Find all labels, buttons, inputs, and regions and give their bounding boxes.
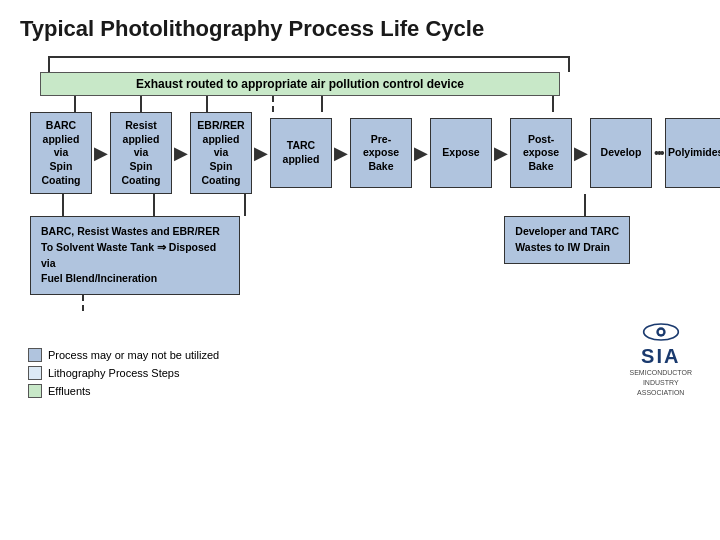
main-container: Typical Photolithography Process Life Cy… (0, 0, 720, 540)
sia-logo: SIA SEMICONDUCTORINDUSTRYASSOCIATION (630, 321, 692, 397)
arrow-2: ▶ (172, 142, 190, 164)
waste-box-right: Developer and TARC Wastes to IW Drain (504, 216, 630, 264)
process-box-ebr: EBR/RERappliedviaSpinCoating (190, 112, 252, 194)
arrow-6: ▶ (492, 142, 510, 164)
legend-items: Process may or may not be utilized Litho… (28, 348, 219, 398)
page-title: Typical Photolithography Process Life Cy… (20, 16, 700, 42)
arrow-4: ▶ (332, 142, 350, 164)
legend-item-0: Process may or may not be utilized (28, 348, 219, 362)
waste-row: BARC, Resist Wastes and EBR/RER To Solve… (30, 216, 710, 295)
process-box-preexpose: Pre-exposeBake (350, 118, 412, 188)
process-box-expose: Expose (430, 118, 492, 188)
process-box-barc: BARCappliedviaSpinCoating (30, 112, 92, 194)
diagram-area: Exhaust routed to appropriate air pollut… (20, 56, 700, 528)
arrow-7: ▶ (572, 142, 590, 164)
arrow-5: ▶ (412, 142, 430, 164)
process-box-polyimides: Polyimides (665, 118, 720, 188)
process-box-develop: Develop (590, 118, 652, 188)
waste-box-left: BARC, Resist Wastes and EBR/RER To Solve… (30, 216, 240, 295)
sia-subtitle: SEMICONDUCTORINDUSTRYASSOCIATION (630, 368, 692, 397)
exhaust-banner: Exhaust routed to appropriate air pollut… (40, 72, 560, 96)
svg-point-2 (658, 330, 663, 335)
legend-item-2: Effluents (28, 384, 219, 398)
arrow-3: ▶ (252, 142, 270, 164)
sia-eye-icon (641, 321, 681, 343)
legend-item-1: Lithography Process Steps (28, 366, 219, 380)
arrow-1: ▶ (92, 142, 110, 164)
legend-color-blue (28, 348, 42, 362)
process-box-resist: ResistappliedviaSpinCoating (110, 112, 172, 194)
legend-area: Process may or may not be utilized Litho… (20, 321, 700, 397)
dotted-connector: ••• (652, 145, 665, 161)
legend-color-lightblue (28, 366, 42, 380)
boxes-row: BARCappliedviaSpinCoating ▶ Resistapplie… (30, 112, 700, 194)
process-box-postexpose: Post-exposeBake (510, 118, 572, 188)
legend-color-green (28, 384, 42, 398)
sia-name: SIA (641, 345, 680, 368)
process-box-tarc: TARCapplied (270, 118, 332, 188)
